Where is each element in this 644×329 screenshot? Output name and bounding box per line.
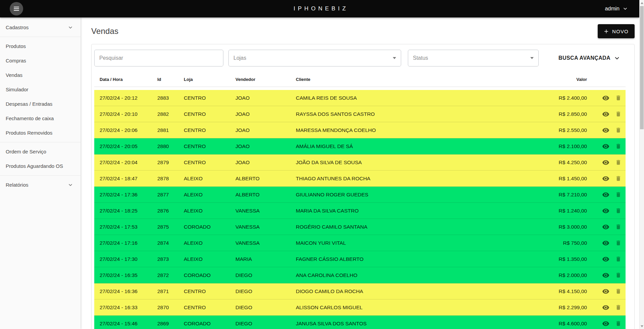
- delete-sale-button[interactable]: [615, 191, 622, 198]
- sidebar-divider: [0, 142, 80, 142]
- eye-icon: [602, 191, 609, 198]
- view-sale-button[interactable]: [602, 191, 609, 198]
- table-row[interactable]: 27/02/24 - 20:04 2879 CENTRO JOAO JOÃO D…: [94, 154, 626, 171]
- sidebar-nav: CadastrosProdutosComprasVendasSimuladorD…: [0, 17, 80, 329]
- delete-sale-button[interactable]: [615, 127, 622, 133]
- vertical-scrollbar[interactable]: [639, 0, 644, 329]
- view-sale-button[interactable]: [602, 272, 609, 279]
- sidebar-item-label: Simulador: [6, 87, 29, 92]
- trash-icon: [615, 159, 622, 166]
- sidebar-item-produtos-aguardando-os[interactable]: Produtos Aguardando OS: [0, 159, 80, 173]
- sidebar-item-cadastros[interactable]: Cadastros: [0, 20, 80, 35]
- table-row[interactable]: 27/02/24 - 16:36 2871 CENTRO DIEGO DIOGO…: [94, 283, 626, 299]
- cell-datetime: 27/02/24 - 20:04: [100, 159, 157, 166]
- delete-sale-button[interactable]: [615, 256, 622, 262]
- cell-datetime: 27/02/24 - 17:16: [100, 240, 157, 246]
- view-sale-button[interactable]: [602, 304, 609, 311]
- sidebar-item-compras[interactable]: Compras: [0, 53, 80, 68]
- delete-sale-button[interactable]: [615, 272, 622, 278]
- cell-value: R$ 2.299,00: [543, 304, 587, 311]
- view-sale-button[interactable]: [602, 207, 609, 215]
- table-row[interactable]: 27/02/24 - 15:46 2869 COROADO DIEGO JANU…: [94, 316, 626, 329]
- view-sale-button[interactable]: [602, 223, 609, 231]
- delete-sale-button[interactable]: [615, 111, 622, 117]
- cell-datetime: 27/02/24 - 17:53: [100, 224, 157, 230]
- sidebar-divider: [0, 175, 80, 176]
- chevron-down-icon: [68, 182, 73, 188]
- view-sale-button[interactable]: [602, 255, 609, 263]
- scrollbar-thumb[interactable]: [640, 6, 644, 129]
- scroll-down-arrow-icon[interactable]: [640, 324, 644, 329]
- delete-sale-button[interactable]: [615, 288, 622, 294]
- delete-sale-button[interactable]: [615, 95, 622, 101]
- cell-id: 2877: [157, 192, 184, 198]
- cell-id: 2879: [157, 159, 184, 166]
- sidebar-item-ordem-de-servico[interactable]: Ordem de Serviço: [0, 144, 80, 159]
- column-header-value: Valor: [543, 77, 587, 82]
- cell-seller: VANESSA: [235, 224, 296, 230]
- sidebar-item-produtos-removidos[interactable]: Produtos Removidos: [0, 126, 80, 140]
- table-row[interactable]: 27/02/24 - 20:12 2883 CENTRO JOAO CAMILA…: [94, 90, 626, 106]
- trash-icon: [615, 143, 622, 149]
- dropdown-arrow-icon: [530, 57, 534, 59]
- cell-seller: DIEGO: [235, 272, 296, 278]
- delete-sale-button[interactable]: [615, 175, 622, 182]
- table-row[interactable]: 27/02/24 - 16:35 2872 COROADO DIEGO ANA …: [94, 267, 626, 283]
- delete-sale-button[interactable]: [615, 207, 622, 214]
- view-sale-button[interactable]: [602, 127, 609, 134]
- cell-seller: JOAO: [235, 111, 296, 117]
- table-row[interactable]: 27/02/24 - 20:06 2881 CENTRO JOAO MARESS…: [94, 122, 626, 138]
- view-sale-button[interactable]: [602, 239, 609, 247]
- view-sale-button[interactable]: [602, 288, 609, 295]
- advanced-search-toggle[interactable]: BUSCA AVANÇADA: [558, 55, 620, 61]
- column-header-id: Id: [157, 77, 184, 82]
- sidebar-item-vendas[interactable]: Vendas: [0, 68, 80, 82]
- view-sale-button[interactable]: [602, 175, 609, 182]
- delete-sale-button[interactable]: [615, 320, 622, 327]
- eye-icon: [602, 127, 609, 134]
- cell-id: 2871: [157, 288, 184, 294]
- eye-icon: [602, 304, 609, 311]
- trash-icon: [615, 175, 622, 182]
- cell-store: COROADO: [184, 224, 235, 230]
- table-row[interactable]: 27/02/24 - 16:33 2870 CENTRO DIEGO ALISS…: [94, 299, 626, 316]
- sidebar-item-relatorios[interactable]: Relatórios: [0, 178, 80, 192]
- trash-icon: [615, 111, 622, 117]
- scroll-up-arrow-icon[interactable]: [640, 0, 644, 5]
- delete-sale-button[interactable]: [615, 159, 622, 166]
- table-row[interactable]: 27/02/24 - 17:53 2875 COROADO VANESSA RO…: [94, 219, 626, 235]
- cell-store: ALEIXO: [184, 176, 235, 182]
- delete-sale-button[interactable]: [615, 143, 622, 149]
- user-menu[interactable]: admin: [605, 0, 628, 17]
- cell-store: CENTRO: [184, 143, 235, 149]
- sidebar-item-fechamento-de-caixa[interactable]: Fechamento de caixa: [0, 111, 80, 126]
- table-row[interactable]: 27/02/24 - 18:25 2876 ALEIXO VANESSA MAR…: [94, 203, 626, 219]
- table-row[interactable]: 27/02/24 - 18:47 2878 ALEIXO ALBERTO THI…: [94, 171, 626, 187]
- sidebar-item-simulador[interactable]: Simulador: [0, 82, 80, 97]
- table-row[interactable]: 27/02/24 - 17:30 2873 ALEIXO MARIA FAGNE…: [94, 251, 626, 267]
- search-input[interactable]: [94, 50, 223, 66]
- view-sale-button[interactable]: [602, 159, 609, 166]
- status-select[interactable]: Status: [408, 50, 539, 66]
- table-row[interactable]: 27/02/24 - 20:05 2880 CENTRO JOAO AMÁLIA…: [94, 138, 626, 154]
- store-select[interactable]: Lojas: [228, 50, 401, 66]
- sidebar-item-despesas-entradas[interactable]: Despesas / Entradas: [0, 97, 80, 111]
- view-sale-button[interactable]: [602, 143, 609, 150]
- trash-icon: [615, 127, 622, 133]
- view-sale-button[interactable]: [602, 110, 609, 118]
- delete-sale-button[interactable]: [615, 240, 622, 246]
- column-header-datetime: Data / Hora: [100, 77, 157, 82]
- cell-datetime: 27/02/24 - 18:47: [100, 176, 157, 182]
- table-row[interactable]: 27/02/24 - 17:36 2877 ALEIXO ALBERTO GIU…: [94, 187, 626, 203]
- view-sale-button[interactable]: [602, 320, 609, 327]
- delete-sale-button[interactable]: [615, 304, 622, 311]
- view-sale-button[interactable]: [602, 94, 609, 102]
- table-row[interactable]: 27/02/24 - 17:16 2874 ALEIXO VANESSA MAI…: [94, 235, 626, 251]
- new-sale-button[interactable]: NOVO: [598, 24, 635, 38]
- delete-sale-button[interactable]: [615, 224, 622, 230]
- sidebar-item-produtos[interactable]: Produtos: [0, 39, 80, 53]
- cell-id: 2874: [157, 240, 184, 246]
- table-row[interactable]: 27/02/24 - 20:10 2882 CENTRO JOAO RAYSSA…: [94, 106, 626, 122]
- cell-id: 2872: [157, 272, 184, 278]
- eye-icon: [602, 159, 609, 166]
